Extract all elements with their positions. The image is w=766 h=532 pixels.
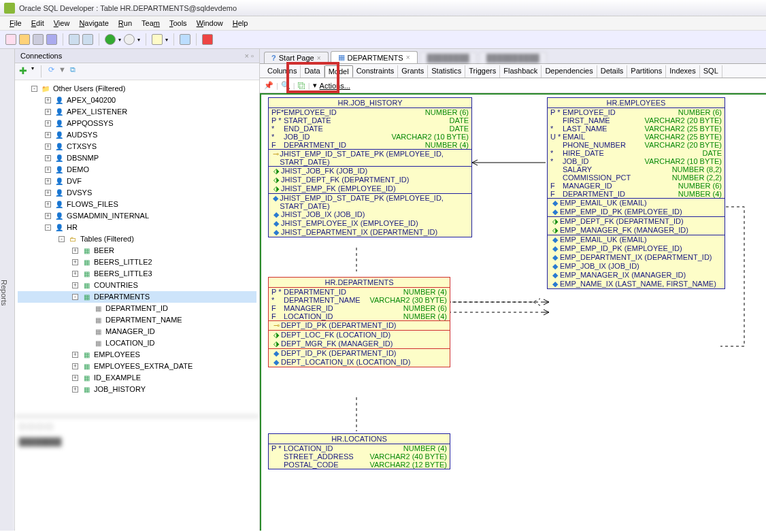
tree-table[interactable]: +▦ BEER xyxy=(18,245,256,256)
erd-column: *END_DATEDATE xyxy=(269,124,471,133)
menu-navigate[interactable]: Navigate xyxy=(75,18,112,29)
redo-icon[interactable] xyxy=(82,34,93,45)
panel-controls[interactable]: × ▫ xyxy=(245,52,254,60)
tree-user-hr[interactable]: - 👤 HR xyxy=(18,222,256,233)
tab-start-page[interactable]: ? Start Page × xyxy=(264,52,329,63)
subtab-statistics[interactable]: Statistics xyxy=(428,65,465,78)
diagram-icon[interactable]: ⿻ xyxy=(298,82,305,90)
new-connection-icon[interactable]: ✚ xyxy=(19,65,27,78)
saveall-icon[interactable] xyxy=(46,34,57,45)
stop-icon[interactable] xyxy=(202,34,213,45)
pin-icon[interactable]: 📌 xyxy=(264,81,273,90)
undo-icon[interactable] xyxy=(69,34,80,45)
menu-run[interactable]: Run xyxy=(114,18,136,29)
erd-index: ⊸ DEPT_ID_PK (DEPARTMENT_ID) xyxy=(269,321,450,330)
menu-view[interactable]: View xyxy=(50,18,74,29)
menu-file[interactable]: File xyxy=(5,18,26,29)
subtab-partitions[interactable]: Partitions xyxy=(627,65,666,78)
tree-user[interactable]: +👤 APEX_040200 xyxy=(18,95,256,106)
tree-user[interactable]: +👤 GSMADMIN_INTERNAL xyxy=(18,210,256,222)
subtab-constraints[interactable]: Constraints xyxy=(353,65,399,78)
subtab-sql[interactable]: SQL xyxy=(700,65,722,78)
tree-table[interactable]: +▦ EMPLOYEES_EXTRA_DATE xyxy=(18,361,256,372)
user-icon: 👤 xyxy=(54,152,65,163)
subtab-flashback[interactable]: Flashback xyxy=(500,65,542,78)
tab-blurred[interactable]: ████████ xyxy=(420,52,477,63)
table-icon: ▦ xyxy=(81,372,92,383)
erd-job-history[interactable]: HR.JOB_HISTORY PF*EMPLOYEE_IDNUMBER (6) … xyxy=(268,97,472,237)
erd-column: P *EMPLOYEE_IDNUMBER (6) xyxy=(548,108,725,116)
tree-column[interactable]: ▦ DEPARTMENT_ID xyxy=(18,303,256,314)
separator: | xyxy=(308,82,310,90)
subtab-indexes[interactable]: Indexes xyxy=(666,65,700,78)
subtab-model[interactable]: Model xyxy=(324,65,353,78)
menu-help[interactable]: Help xyxy=(229,18,252,29)
tree-column[interactable]: ▦ MANAGER_ID xyxy=(18,326,256,337)
tree-user[interactable]: +👤 DVSYS xyxy=(18,187,256,199)
tree-user[interactable]: +👤 AUDSYS xyxy=(18,129,256,141)
menu-tools[interactable]: Tools xyxy=(165,18,191,29)
tree-table[interactable]: +▦ ID_EXAMPLE xyxy=(18,372,256,384)
tree-user[interactable]: +👤 FLOWS_FILES xyxy=(18,199,256,210)
new-icon[interactable] xyxy=(5,34,16,45)
tree-table[interactable]: +▦ JOB_HISTORY xyxy=(18,384,256,395)
tree-table-departments[interactable]: - ▦ DEPARTMENTS xyxy=(18,291,256,303)
subtab-triggers[interactable]: Triggers xyxy=(465,65,500,78)
erd-departments[interactable]: HR.DEPARTMENTS P *DEPARTMENT_IDNUMBER (4… xyxy=(268,277,450,367)
filter-icon[interactable]: ▼ xyxy=(59,65,66,78)
find-icon[interactable] xyxy=(180,34,190,45)
user-icon: 👤 xyxy=(54,106,65,117)
index-icon: ◆ xyxy=(271,219,281,228)
erd-index: ⊸ JHIST_EMP_ID_ST_DATE_PK (EMPLOYEE_ID, … xyxy=(269,150,471,166)
subtab-data[interactable]: Data xyxy=(301,65,324,78)
forward-nav-icon[interactable] xyxy=(124,34,135,45)
separator xyxy=(63,33,63,46)
erd-index: ◆ DEPT_LOCATION_IX (LOCATION_ID) xyxy=(269,358,450,367)
erd-column: *JOB_IDVARCHAR2 (10 BYTE) xyxy=(269,133,471,141)
subtab-details[interactable]: Details xyxy=(597,65,628,78)
back-nav-icon[interactable] xyxy=(105,34,116,45)
tree-tables-folder[interactable]: - 🗀 Tables (Filtered) xyxy=(18,233,256,245)
open-icon[interactable] xyxy=(19,34,30,45)
tree-column[interactable]: ▦ DEPARTMENT_NAME xyxy=(18,314,256,326)
table-icon: ▦ xyxy=(81,361,92,371)
menu-team[interactable]: Team xyxy=(137,18,164,29)
close-icon[interactable]: × xyxy=(317,54,321,62)
menu-edit[interactable]: Edit xyxy=(27,18,48,29)
tree-user[interactable]: +👤 DEMO xyxy=(18,164,256,176)
subtab-grants[interactable]: Grants xyxy=(398,65,428,78)
erd-locations[interactable]: HR.LOCATIONS P *LOCATION_IDNUMBER (4) ST… xyxy=(268,433,450,469)
tree-user[interactable]: +👤 DVF xyxy=(18,176,256,187)
erd-employees[interactable]: HR.EMPLOYEES P *EMPLOYEE_IDNUMBER (6) FI… xyxy=(547,97,725,289)
tree-user[interactable]: +👤 APPQOSSYS xyxy=(18,118,256,129)
sql-icon[interactable] xyxy=(152,34,163,45)
model-diagram[interactable]: HR.JOB_HISTORY PF*EMPLOYEE_IDNUMBER (6) … xyxy=(260,93,766,531)
erd-column: POSTAL_CODEVARCHAR2 (12 BYTE) xyxy=(269,461,450,469)
tree-table[interactable]: +▦ COUNTRIES xyxy=(18,280,256,291)
tree-column[interactable]: ▦ LOCATION_ID xyxy=(18,337,256,349)
tree-table[interactable]: +▦ BEERS_LITTLE3 xyxy=(18,268,256,280)
tree-user[interactable]: +👤 DBSNMP xyxy=(18,152,256,164)
index-icon: ◆ xyxy=(550,244,560,253)
left-rail-reports[interactable]: Reports xyxy=(0,49,15,531)
user-icon: 👤 xyxy=(54,222,65,233)
close-icon[interactable]: × xyxy=(406,54,410,61)
subtab-dependencies[interactable]: Dependencies xyxy=(542,65,597,78)
separator: | xyxy=(276,82,278,90)
menu-window[interactable]: Window xyxy=(193,18,227,29)
tab-blurred[interactable]: ██████████ xyxy=(479,52,547,63)
dropdown-icon[interactable]: ▾ xyxy=(313,81,317,90)
tree-user[interactable]: +👤 APEX_LISTENER xyxy=(18,106,256,118)
erd-index: ◆ EMP_EMP_ID_PK (EMPLOYEE_ID) xyxy=(548,244,725,253)
tree-table[interactable]: +▦ EMPLOYEES xyxy=(18,349,256,361)
zoom-in-icon[interactable]: 🔍 xyxy=(281,81,290,90)
tree-root[interactable]: - 📁 Other Users (Filtered) xyxy=(18,83,256,95)
actions-button[interactable]: Actions... xyxy=(320,82,350,90)
tab-departments[interactable]: ▦ DEPARTMENTS × xyxy=(331,51,418,63)
save-icon[interactable] xyxy=(33,34,44,45)
cascade-icon[interactable]: ⧉ xyxy=(70,65,76,78)
refresh-icon[interactable]: ⟳ xyxy=(48,65,54,78)
tree-table[interactable]: +▦ BEERS_LITTLE2 xyxy=(18,256,256,268)
subtab-columns[interactable]: Columns xyxy=(264,65,301,78)
tree-user[interactable]: +👤 CTXSYS xyxy=(18,141,256,152)
